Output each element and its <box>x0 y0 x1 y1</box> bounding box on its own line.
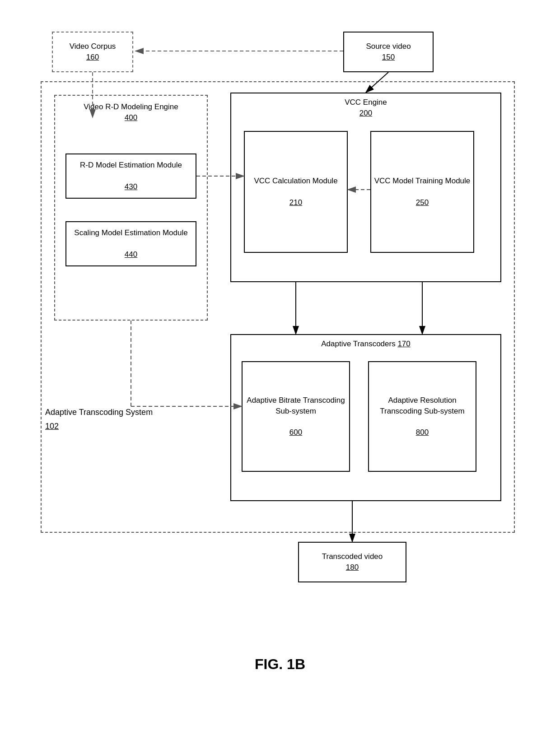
adaptive-resolution-label: Adaptive Resolution Transcoding Sub-syst… <box>369 395 476 417</box>
video-corpus-box: Video Corpus 160 <box>52 32 133 72</box>
vcc-calc-label: VCC Calculation Module <box>254 176 337 186</box>
figure-label: FIG. 1B <box>255 656 305 673</box>
scaling-model-estimation-box: Scaling Model Estimation Module 440 <box>65 221 196 266</box>
adaptive-bitrate-box: Adaptive Bitrate Transcoding Sub-system … <box>242 361 350 472</box>
rd-model-estimation-box: R-D Model Estimation Module 430 <box>65 154 196 199</box>
source-video-number: 150 <box>382 52 395 63</box>
transcoded-video-number: 180 <box>346 562 359 573</box>
transcoded-video-label: Transcoded video <box>322 551 383 562</box>
adaptive-transcoding-system-label: Adaptive Transcoding System 102 <box>45 406 153 433</box>
transcoded-video-box: Transcoded video 180 <box>298 542 406 582</box>
scaling-model-number: 440 <box>125 249 137 260</box>
vcc-training-label: VCC Model Training Module <box>374 176 471 186</box>
diagram: Source video 150 Video Corpus 160 Adapti… <box>27 14 533 682</box>
source-video-label: Source video <box>366 41 411 52</box>
video-corpus-number: 160 <box>86 52 99 63</box>
video-rd-label: Video R-D Modeling Engine 400 <box>59 102 203 123</box>
adaptive-resolution-box: Adaptive Resolution Transcoding Sub-syst… <box>368 361 476 472</box>
adaptive-transcoding-system-number: 102 <box>45 420 153 433</box>
rd-model-number: 430 <box>125 181 137 192</box>
source-video-box: Source video 150 <box>343 32 434 72</box>
vcc-engine-label: VCC Engine 200 <box>230 97 501 119</box>
adaptive-bitrate-number: 600 <box>289 427 302 438</box>
video-corpus-label: Video Corpus <box>70 41 116 52</box>
video-rd-modeling-box <box>54 95 208 321</box>
vcc-training-box: VCC Model Training Module 250 <box>370 131 474 253</box>
vcc-calc-number: 210 <box>289 197 302 208</box>
vcc-training-number: 250 <box>416 197 429 208</box>
rd-model-label: R-D Model Estimation Module <box>80 160 182 171</box>
scaling-model-label: Scaling Model Estimation Module <box>74 228 187 238</box>
vcc-calculation-box: VCC Calculation Module 210 <box>244 131 348 253</box>
adaptive-resolution-number: 800 <box>416 427 429 438</box>
adaptive-transcoders-label: Adaptive Transcoders 170 <box>230 340 501 349</box>
adaptive-bitrate-label: Adaptive Bitrate Transcoding Sub-system <box>243 395 349 417</box>
